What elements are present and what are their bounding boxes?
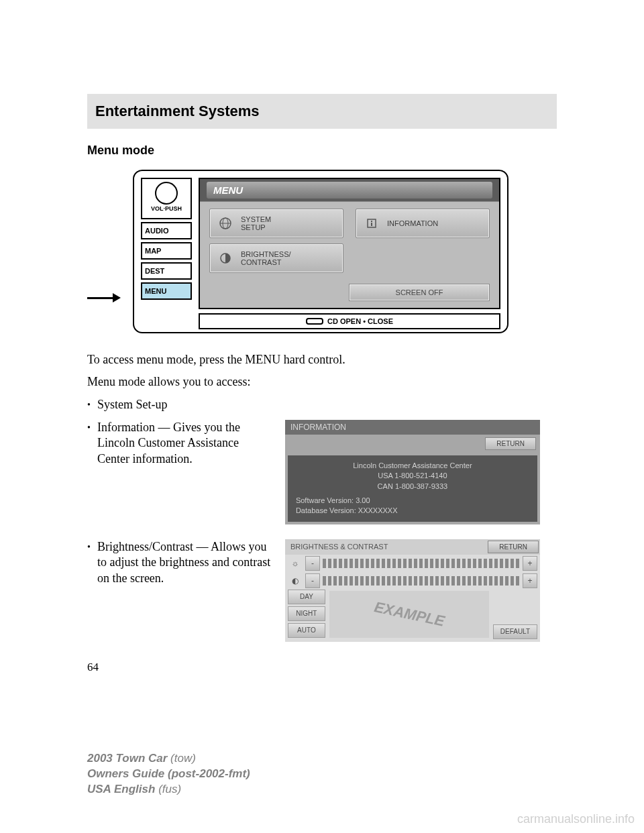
site-watermark: carmanualsonline.info — [517, 812, 635, 826]
info-line: USA 1-800-521-4140 — [296, 471, 529, 481]
bullet-text: Brightness/Contrast — Allows you to adju… — [97, 539, 272, 586]
contrast-plus[interactable]: + — [523, 573, 537, 588]
info-line: Software Version: 3.00 — [296, 496, 529, 506]
device-illustration: VOL·PUSH AUDIO MAP DEST MENU MENU — [87, 170, 557, 333]
knob-icon — [155, 182, 178, 205]
mode-auto[interactable]: AUTO — [288, 623, 325, 638]
tile-brightness-contrast[interactable]: BRIGHTNESS/ CONTRAST — [209, 243, 343, 273]
tile-screen-off[interactable]: SCREEN OFF — [349, 284, 490, 301]
info-line: Database Version: XXXXXXXX — [296, 506, 529, 516]
paragraph-1: To access menu mode, press the MENU hard… — [87, 352, 557, 368]
page-content: Entertainment Systems Menu mode VOL·PUSH… — [87, 94, 557, 674]
screen-title: MENU — [207, 182, 492, 199]
bullet-item-brightness: • Brightness/Contrast — Allows you to ad… — [87, 539, 557, 642]
page-number: 64 — [87, 661, 557, 674]
footer-code2: (fus) — [158, 783, 181, 795]
tile-information[interactable]: INFORMATION — [356, 209, 490, 238]
tile-label: INFORMATION — [387, 219, 438, 227]
bullet-item-system-setup: • System Set-up — [87, 397, 557, 413]
cd-slot-icon — [306, 318, 323, 325]
brightness-plus[interactable]: + — [523, 556, 537, 571]
bullet-marker: • — [87, 397, 91, 413]
mode-night[interactable]: NIGHT — [288, 606, 325, 621]
knob-label: VOL·PUSH — [151, 205, 182, 212]
return-button[interactable]: RETURN — [488, 541, 539, 553]
sun-icon: ☼ — [288, 556, 303, 571]
cd-open-close[interactable]: CD OPEN • CLOSE — [199, 313, 500, 329]
footer-lang: USA English — [87, 783, 155, 795]
hard-key-column: VOL·PUSH AUDIO MAP DEST MENU — [141, 178, 192, 309]
menu-mode-heading: Menu mode — [87, 144, 557, 158]
volume-knob[interactable]: VOL·PUSH — [141, 178, 192, 219]
footer: 2003 Town Car (tow) Owners Guide (post-2… — [87, 751, 250, 797]
hardkey-audio[interactable]: AUDIO — [141, 222, 192, 239]
bullet-text: System Set-up — [97, 397, 168, 413]
hardkey-map[interactable]: MAP — [141, 242, 192, 260]
contrast-minus[interactable]: - — [305, 573, 320, 588]
info-screen-title: INFORMATION — [285, 420, 540, 435]
bullet-marker: • — [87, 420, 91, 524]
contrast-icon: ◐ — [288, 573, 303, 588]
bullet-item-information: • Information — Gives you the Lincoln Cu… — [87, 420, 557, 524]
info-line: CAN 1-800-387-9333 — [296, 482, 529, 492]
contrast-slider[interactable] — [323, 576, 520, 586]
tile-label: BRIGHTNESS/ CONTRAST — [241, 250, 291, 266]
example-watermark: EXAMPLE — [372, 598, 445, 630]
footer-guide: Owners Guide (post-2002-fmt) — [87, 767, 250, 780]
information-screen: INFORMATION RETURN Lincoln Customer Assi… — [285, 420, 540, 524]
preview-map: EXAMPLE — [329, 591, 489, 638]
head-unit: VOL·PUSH AUDIO MAP DEST MENU MENU — [133, 170, 508, 333]
footer-code: (tow) — [170, 752, 196, 765]
nav-screen: MENU SYSTEM SETUP — [199, 178, 500, 309]
bc-title: BRIGHTNESS & CONTRAST — [285, 540, 486, 553]
cd-label: CD OPEN • CLOSE — [327, 317, 393, 325]
section-header: Entertainment Systems — [87, 94, 557, 129]
bullet-text: Information — Gives you the Lincoln Cust… — [97, 420, 272, 467]
svg-rect-5 — [371, 223, 372, 226]
tile-label: SYSTEM SETUP — [241, 215, 271, 231]
pointer-arrow — [87, 293, 121, 302]
globe-icon — [217, 215, 234, 232]
hardkey-menu[interactable]: MENU — [141, 282, 192, 300]
default-button[interactable]: DEFAULT — [493, 624, 537, 639]
footer-vehicle: 2003 Town Car — [87, 752, 167, 765]
screen-title-bar: MENU — [200, 179, 499, 202]
contrast-icon — [217, 249, 234, 267]
paragraph-2: Menu mode allows you to access: — [87, 374, 557, 390]
hardkey-dest[interactable]: DEST — [141, 262, 192, 280]
brightness-slider[interactable] — [323, 559, 520, 568]
svg-rect-4 — [371, 221, 372, 222]
info-icon — [363, 215, 380, 232]
tile-system-setup[interactable]: SYSTEM SETUP — [209, 209, 343, 238]
bullet-list: • System Set-up • Information — Gives yo… — [87, 397, 557, 642]
brightness-minus[interactable]: - — [305, 556, 320, 571]
bullet-marker: • — [87, 539, 91, 642]
brightness-contrast-screen: BRIGHTNESS & CONTRAST RETURN ☼ - + ◐ - + — [285, 539, 540, 642]
info-screen-body: Lincoln Customer Assistance Center USA 1… — [288, 455, 537, 522]
mode-day[interactable]: DAY — [288, 590, 325, 604]
info-line: Lincoln Customer Assistance Center — [296, 461, 529, 471]
return-button[interactable]: RETURN — [485, 437, 536, 450]
